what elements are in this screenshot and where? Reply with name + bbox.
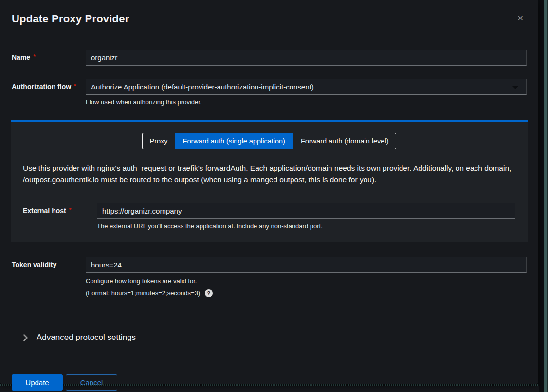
- chevron-down-icon: [512, 86, 518, 89]
- token-validity-input[interactable]: [86, 257, 527, 273]
- external-host-help: The external URL you'll access the appli…: [97, 222, 515, 231]
- authorization-flow-help: Flow used when authorizing this provider…: [86, 98, 527, 107]
- page-title: Update Proxy Provider: [12, 13, 527, 25]
- token-validity-help: Configure how long tokens are valid for.: [86, 277, 527, 285]
- token-validity-label: Token validity: [12, 257, 86, 268]
- token-validity-row: Token validity Configure how long tokens…: [12, 257, 527, 298]
- screen: Update Proxy Provider ✕ Name* Authorizat…: [0, 0, 548, 392]
- authorization-flow-label: Authorization flow*: [12, 79, 86, 90]
- external-host-row: External host* The external URL you'll a…: [23, 203, 515, 231]
- external-host-label: External host*: [23, 203, 97, 214]
- name-input[interactable]: [86, 50, 527, 66]
- proxy-mode-card: Proxy Forward auth (single application) …: [11, 120, 528, 242]
- modal-footer: Update Cancel: [0, 374, 538, 391]
- advanced-protocol-settings-expander[interactable]: Advanced protocol settings: [23, 333, 527, 342]
- cancel-button[interactable]: Cancel: [66, 374, 117, 391]
- mode-description: Use this provider with nginx's auth_requ…: [23, 162, 512, 186]
- modal-header: Update Proxy Provider ✕: [0, 0, 538, 25]
- required-asterisk: *: [33, 53, 36, 60]
- tab-proxy[interactable]: Proxy: [142, 133, 175, 149]
- authorization-flow-row: Authorization flow* Authorize Applicatio…: [12, 79, 527, 107]
- chevron-right-icon: [23, 334, 28, 342]
- proxy-mode-tab-group: Proxy Forward auth (single application) …: [23, 133, 515, 149]
- name-label: Name*: [12, 50, 86, 61]
- tab-forward-auth-single-application[interactable]: Forward auth (single application): [175, 133, 293, 149]
- authorization-flow-select[interactable]: Authorize Application (default-provider-…: [86, 79, 527, 95]
- authorization-flow-selected-value: Authorize Application (default-provider-…: [91, 83, 314, 91]
- required-asterisk: *: [69, 207, 72, 214]
- update-button[interactable]: Update: [12, 374, 63, 391]
- name-field-row: Name*: [12, 50, 527, 66]
- close-icon[interactable]: ✕: [517, 15, 524, 22]
- token-validity-format-help: (Format: hours=1;minutes=2;seconds=3). ?: [86, 289, 527, 298]
- question-circle-icon[interactable]: ?: [205, 289, 213, 297]
- external-host-input[interactable]: [97, 203, 515, 219]
- tab-forward-auth-domain-level[interactable]: Forward auth (domain level): [293, 133, 397, 149]
- required-asterisk: *: [74, 83, 76, 89]
- page-backdrop-right: [538, 0, 548, 392]
- update-proxy-provider-modal: Update Proxy Provider ✕ Name* Authorizat…: [0, 0, 538, 384]
- advanced-protocol-settings-label: Advanced protocol settings: [37, 333, 136, 342]
- modal-body: Name* Authorization flow* Authorize Appl…: [0, 50, 538, 342]
